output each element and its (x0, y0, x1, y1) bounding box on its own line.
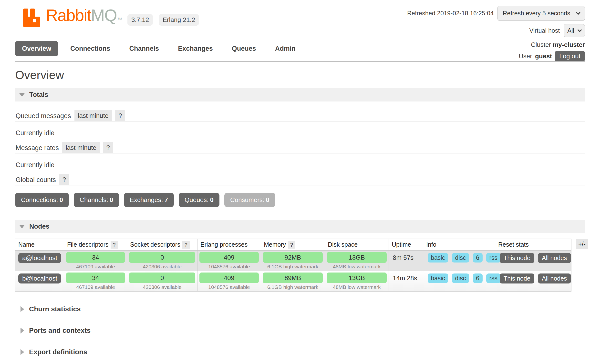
rabbit-icon (19, 9, 44, 27)
info-tag[interactable]: basic (428, 253, 448, 263)
divider (15, 185, 585, 185)
col-file-descriptors: File descriptors? (64, 239, 127, 251)
global-counts-buttons: Connections:0 Channels:0 Exchanges:7 Que… (15, 193, 585, 207)
help-icon[interactable]: ? (288, 241, 295, 249)
logo-area: RabbitMQ™ 3.7.12 Erlang 21.2 (19, 7, 199, 27)
help-icon[interactable]: ? (182, 241, 190, 249)
file-descriptors-cell: 34 467109 available (64, 271, 127, 292)
collapse-right-triangle-icon (21, 349, 24, 355)
col-info: Info (423, 239, 495, 251)
info-tag[interactable]: 6 (473, 273, 483, 283)
virtual-host-value: All (567, 27, 574, 34)
refresh-interval-select[interactable]: Refresh every 5 seconds (497, 6, 585, 21)
consumers-count-button[interactable]: Consumers:0 (224, 193, 275, 207)
connections-count-button[interactable]: Connections:0 (15, 193, 69, 207)
help-icon[interactable]: ? (115, 110, 125, 121)
rabbitmq-version-badge: 3.7.12 (127, 14, 153, 26)
help-icon[interactable]: ? (111, 241, 118, 249)
file-descriptors-cell: 34 467109 available (64, 251, 127, 271)
collapse-right-triangle-icon (21, 328, 24, 334)
chevron-down-icon (576, 10, 580, 15)
virtual-host-select[interactable]: All (564, 24, 585, 37)
tab-admin[interactable]: Admin (268, 41, 302, 56)
toggle-columns-link[interactable]: +/- (576, 239, 588, 249)
col-erlang-processes: Erlang processes (197, 239, 261, 251)
message-rates-range-tag[interactable]: last minute (62, 142, 100, 153)
info-tag[interactable]: basic (428, 273, 448, 283)
exchanges-count-button[interactable]: Exchanges:7 (124, 193, 174, 207)
info-cell: basic disc 6 rss (423, 271, 495, 292)
virtual-host-row: Virtual host All (407, 24, 585, 37)
chevron-down-icon (577, 28, 582, 32)
info-tag[interactable]: 6 (473, 253, 483, 263)
disk-space-cell: 13GB 48MB low watermark (325, 271, 389, 292)
info-tag[interactable]: disc (452, 273, 469, 283)
reset-this-node-button[interactable]: This node (500, 273, 534, 283)
help-icon[interactable]: ? (103, 142, 113, 153)
info-tag[interactable]: disc (452, 253, 469, 263)
col-memory: Memory? (261, 239, 325, 251)
help-icon[interactable]: ? (59, 174, 69, 185)
totals-section-header[interactable]: Totals (15, 88, 585, 101)
erlang-version-badge: Erlang 21.2 (159, 14, 199, 26)
refreshed-timestamp: Refreshed 2019-02-18 16:25:04 (407, 10, 494, 17)
tab-channels[interactable]: Channels (123, 41, 166, 56)
node-name-badge[interactable]: b@localhost (18, 273, 61, 283)
memory-cell: 89MB 6.1GB high watermark (261, 271, 325, 292)
rabbitmq-management-page: RabbitMQ™ 3.7.12 Erlang 21.2 Refreshed 2… (0, 0, 600, 364)
node-row-a: a@localhost 34 467109 available 0 420306… (15, 251, 571, 271)
trademark-symbol: ™ (117, 17, 122, 22)
queued-messages-label: Queued messages (16, 112, 71, 121)
cluster-row: Cluster my-cluster (407, 41, 585, 49)
channels-count-button[interactable]: Channels:0 (74, 193, 119, 207)
collapse-right-triangle-icon (21, 306, 24, 312)
metric-bar: 409 (199, 252, 259, 263)
queued-messages-status: Currently idle (16, 129, 585, 137)
uptime-cell: 14m 28s (389, 271, 423, 292)
tab-connections[interactable]: Connections (63, 41, 117, 56)
queued-messages-row: Queued messages last minute ? (15, 110, 585, 121)
disk-space-cell: 13GB 48MB low watermark (325, 251, 389, 271)
cluster-label: Cluster (531, 41, 551, 48)
logout-button[interactable]: Log out (555, 51, 585, 61)
col-disk-space: Disk space (325, 239, 389, 251)
nodes-table-wrap: Name File descriptors? Socket descriptor… (15, 239, 585, 292)
node-name-badge[interactable]: a@localhost (18, 253, 61, 263)
divider (15, 121, 585, 121)
reset-all-nodes-button[interactable]: All nodes (538, 273, 571, 283)
nodes-table: Name File descriptors? Socket descriptor… (15, 239, 571, 292)
collapse-down-triangle-icon (19, 225, 25, 228)
section-export-definitions[interactable]: Export definitions (15, 348, 585, 356)
erlang-processes-cell: 409 1048576 available (197, 271, 261, 292)
metric-bar: 34 (66, 252, 125, 263)
message-rates-label: Message rates (16, 144, 59, 153)
nodes-header-row: Name File descriptors? Socket descriptor… (15, 239, 571, 251)
rabbitmq-logo[interactable]: RabbitMQ™ (19, 7, 122, 27)
virtual-host-label: Virtual host (529, 27, 560, 34)
user-name: guest (535, 52, 552, 60)
page-title: Overview (15, 68, 585, 82)
queues-count-button[interactable]: Queues:0 (179, 193, 219, 207)
section-churn-statistics[interactable]: Churn statistics (15, 305, 585, 313)
global-counts-row: Global counts ? (15, 174, 585, 185)
user-row: User guest Log out (407, 51, 585, 61)
tab-exchanges[interactable]: Exchanges (171, 41, 220, 56)
metric-bar: 409 (199, 273, 259, 283)
metric-bar: 92MB (263, 252, 323, 263)
reset-all-nodes-button[interactable]: All nodes (538, 253, 571, 263)
reset-this-node-button[interactable]: This node (500, 253, 534, 263)
tab-queues[interactable]: Queues (225, 41, 263, 56)
nodes-section-header[interactable]: Nodes (15, 220, 585, 233)
refresh-row: Refreshed 2019-02-18 16:25:04 Refresh ev… (407, 6, 585, 21)
collapse-down-triangle-icon (19, 93, 25, 97)
brand-rabbit-text: Rabbit (46, 6, 91, 24)
queued-messages-range-tag[interactable]: last minute (74, 110, 112, 121)
col-name: Name (15, 239, 64, 251)
message-rates-status: Currently idle (16, 161, 585, 169)
section-ports-and-contexts[interactable]: Ports and contexts (15, 327, 585, 334)
user-label: User (519, 52, 532, 60)
node-row-b: b@localhost 34 467109 available 0 420306… (15, 271, 571, 292)
erlang-processes-cell: 409 1048576 available (197, 251, 261, 271)
refresh-interval-value: Refresh every 5 seconds (503, 10, 570, 17)
tab-overview[interactable]: Overview (15, 41, 58, 56)
